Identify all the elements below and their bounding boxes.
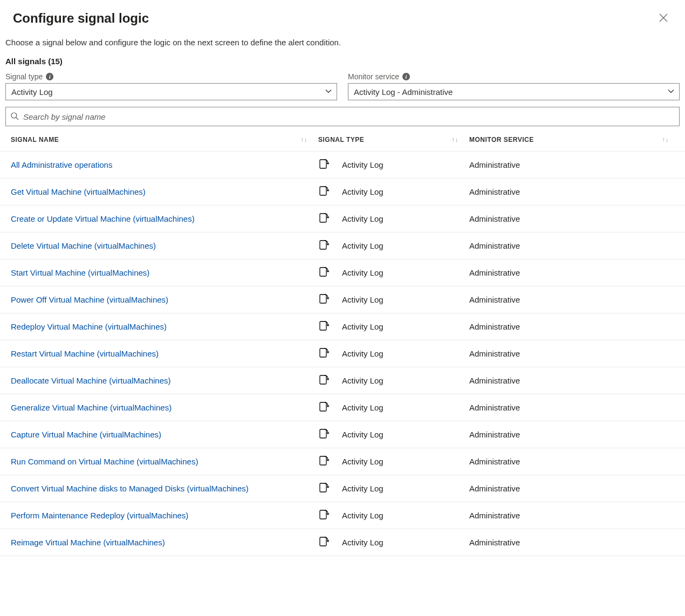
cell-monitor-service: Administrative bbox=[469, 349, 680, 358]
signal-type-select[interactable]: Activity Log bbox=[5, 83, 337, 100]
signal-type-text: Activity Log bbox=[342, 403, 383, 412]
cell-monitor-service: Administrative bbox=[469, 160, 680, 169]
search-box[interactable] bbox=[5, 107, 680, 126]
svg-rect-15 bbox=[320, 537, 326, 546]
cell-monitor-service: Administrative bbox=[469, 538, 680, 547]
cell-monitor-service: Administrative bbox=[469, 376, 680, 385]
column-header-type[interactable]: Signal type ↑↓ bbox=[318, 136, 469, 143]
cell-monitor-service: Administrative bbox=[469, 187, 680, 196]
signal-link[interactable]: Get Virtual Machine (virtualMachines) bbox=[11, 187, 146, 196]
table-row: Delete Virtual Machine (virtualMachines)… bbox=[0, 232, 685, 259]
cell-monitor-service: Administrative bbox=[469, 484, 680, 493]
svg-rect-12 bbox=[320, 456, 326, 465]
signal-link[interactable]: Redeploy Virtual Machine (virtualMachine… bbox=[11, 322, 167, 331]
column-header-type-text: Signal type bbox=[318, 136, 364, 143]
cell-signal-name: Create or Update Virtual Machine (virtua… bbox=[11, 214, 318, 223]
signal-link[interactable]: Start Virtual Machine (virtualMachines) bbox=[11, 268, 149, 277]
table-row: Convert Virtual Machine disks to Managed… bbox=[0, 475, 685, 502]
signal-type-text: Activity Log bbox=[342, 241, 383, 250]
table-header: Signal name ↑↓ Signal type ↑↓ Monitor se… bbox=[0, 128, 685, 152]
signals-count: All signals (15) bbox=[0, 52, 685, 72]
chevron-down-icon bbox=[667, 87, 675, 97]
sort-icon: ↑↓ bbox=[451, 136, 458, 143]
cell-monitor-service: Administrative bbox=[469, 241, 680, 250]
cell-signal-name: Reimage Virtual Machine (virtualMachines… bbox=[11, 538, 318, 547]
signals-table: Signal name ↑↓ Signal type ↑↓ Monitor se… bbox=[0, 128, 685, 556]
svg-rect-10 bbox=[320, 402, 326, 411]
cell-signal-type: Activity Log bbox=[318, 293, 469, 306]
close-button[interactable] bbox=[655, 11, 672, 26]
signal-link[interactable]: Perform Maintenance Redeploy (virtualMac… bbox=[11, 511, 188, 520]
activity-log-icon bbox=[318, 212, 330, 225]
cell-signal-name: Start Virtual Machine (virtualMachines) bbox=[11, 268, 318, 277]
signal-type-text: Activity Log bbox=[342, 160, 383, 169]
signal-type-value: Activity Log bbox=[11, 87, 53, 97]
column-header-monitor[interactable]: Monitor service ↑↓ bbox=[469, 136, 680, 143]
signal-link[interactable]: Convert Virtual Machine disks to Managed… bbox=[11, 484, 249, 493]
monitor-service-select[interactable]: Activity Log - Administrative bbox=[348, 83, 680, 100]
cell-signal-type: Activity Log bbox=[318, 374, 469, 387]
table-row: Get Virtual Machine (virtualMachines)Act… bbox=[0, 179, 685, 206]
panel-title: Configure signal logic bbox=[13, 11, 149, 26]
monitor-service-value: Activity Log - Administrative bbox=[354, 87, 453, 97]
svg-rect-11 bbox=[320, 429, 326, 438]
cell-signal-type: Activity Log bbox=[318, 320, 469, 333]
table-body: All Administrative operationsActivity Lo… bbox=[0, 152, 685, 556]
cell-signal-name: Perform Maintenance Redeploy (virtualMac… bbox=[11, 511, 318, 520]
cell-signal-type: Activity Log bbox=[318, 347, 469, 360]
cell-signal-type: Activity Log bbox=[318, 455, 469, 468]
cell-signal-type: Activity Log bbox=[318, 158, 469, 172]
cell-signal-name: All Administrative operations bbox=[11, 160, 318, 169]
signal-link[interactable]: Capture Virtual Machine (virtualMachines… bbox=[11, 430, 161, 439]
info-icon[interactable]: i bbox=[402, 73, 410, 80]
cell-signal-name: Capture Virtual Machine (virtualMachines… bbox=[11, 430, 318, 439]
activity-log-icon bbox=[318, 374, 330, 387]
cell-signal-name: Delete Virtual Machine (virtualMachines) bbox=[11, 241, 318, 250]
column-header-name[interactable]: Signal name ↑↓ bbox=[11, 136, 318, 143]
activity-log-icon bbox=[318, 509, 330, 522]
cell-monitor-service: Administrative bbox=[469, 268, 680, 277]
signal-type-label: Signal type i bbox=[5, 72, 337, 81]
close-icon bbox=[659, 13, 668, 22]
cell-signal-type: Activity Log bbox=[318, 212, 469, 225]
signal-type-text: Activity Log bbox=[342, 457, 383, 466]
signal-type-text: Activity Log bbox=[342, 187, 383, 196]
table-row: Generalize Virtual Machine (virtualMachi… bbox=[0, 394, 685, 421]
signal-type-text: Activity Log bbox=[342, 511, 383, 520]
cell-signal-name: Run Command on Virtual Machine (virtualM… bbox=[11, 457, 318, 466]
chevron-down-icon bbox=[325, 87, 332, 97]
cell-signal-name: Get Virtual Machine (virtualMachines) bbox=[11, 187, 318, 196]
signal-type-text: Activity Log bbox=[342, 376, 383, 385]
activity-log-icon bbox=[318, 266, 330, 279]
activity-log-icon bbox=[318, 428, 330, 441]
activity-log-icon bbox=[318, 347, 330, 360]
info-icon[interactable]: i bbox=[46, 73, 53, 80]
svg-rect-2 bbox=[320, 187, 326, 195]
cell-signal-name: Power Off Virtual Machine (virtualMachin… bbox=[11, 295, 318, 304]
cell-monitor-service: Administrative bbox=[469, 430, 680, 439]
table-row: Reimage Virtual Machine (virtualMachines… bbox=[0, 529, 685, 556]
cell-signal-type: Activity Log bbox=[318, 239, 469, 252]
signal-type-text: Activity Log bbox=[342, 214, 383, 223]
signal-link[interactable]: Restart Virtual Machine (virtualMachines… bbox=[11, 349, 159, 358]
monitor-service-label-text: Monitor service bbox=[348, 72, 399, 81]
signal-link[interactable]: Reimage Virtual Machine (virtualMachines… bbox=[11, 538, 165, 547]
cell-signal-name: Restart Virtual Machine (virtualMachines… bbox=[11, 349, 318, 358]
signal-type-text: Activity Log bbox=[342, 268, 383, 277]
activity-log-icon bbox=[318, 158, 330, 172]
signal-link[interactable]: Power Off Virtual Machine (virtualMachin… bbox=[11, 295, 168, 304]
cell-signal-type: Activity Log bbox=[318, 428, 469, 441]
signal-link[interactable]: All Administrative operations bbox=[11, 160, 112, 169]
signal-link[interactable]: Delete Virtual Machine (virtualMachines) bbox=[11, 241, 156, 250]
svg-rect-7 bbox=[320, 321, 326, 330]
signal-link[interactable]: Run Command on Virtual Machine (virtualM… bbox=[11, 457, 198, 466]
table-row: Run Command on Virtual Machine (virtualM… bbox=[0, 448, 685, 475]
signal-link[interactable]: Deallocate Virtual Machine (virtualMachi… bbox=[11, 376, 171, 385]
signal-link[interactable]: Create or Update Virtual Machine (virtua… bbox=[11, 214, 195, 223]
signal-type-text: Activity Log bbox=[342, 538, 383, 547]
svg-rect-6 bbox=[320, 295, 326, 303]
signal-link[interactable]: Generalize Virtual Machine (virtualMachi… bbox=[11, 403, 172, 412]
activity-log-icon bbox=[318, 185, 330, 199]
svg-point-0 bbox=[11, 113, 17, 118]
search-input[interactable] bbox=[23, 112, 675, 121]
